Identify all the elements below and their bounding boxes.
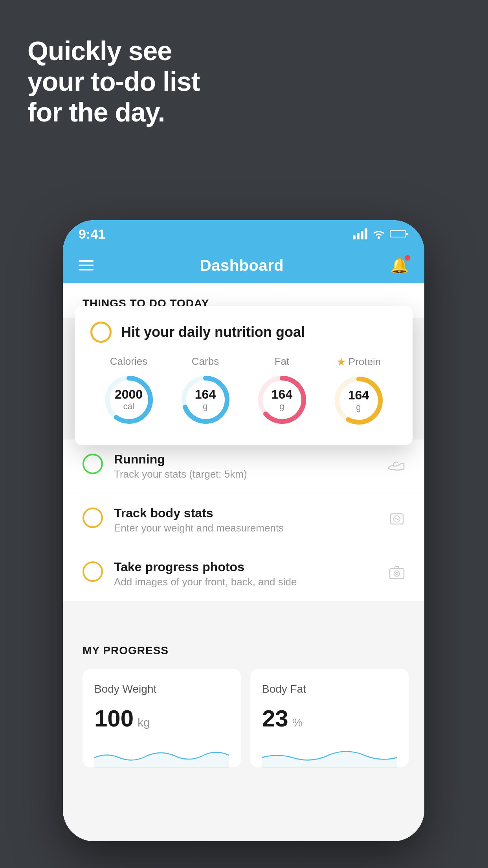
svg-rect-1 <box>357 233 360 239</box>
battery-icon <box>390 229 409 239</box>
nutrition-row: Calories 2000 cal <box>90 355 397 428</box>
todo-item-body-stats[interactable]: Track body stats Enter your weight and m… <box>63 493 424 547</box>
running-title: Running <box>114 452 376 467</box>
nutrition-protein: ★ Protein 164 g <box>331 355 386 428</box>
body-fat-chart <box>262 744 397 767</box>
body-weight-number: 100 <box>94 705 134 732</box>
fat-donut: 164 g <box>255 372 310 427</box>
body-weight-chart <box>94 744 229 767</box>
status-time: 9:41 <box>79 226 105 242</box>
progress-header: MY PROGRESS <box>83 644 409 657</box>
svg-point-4 <box>378 237 380 239</box>
body-weight-unit: kg <box>138 716 150 729</box>
photos-checkbox[interactable] <box>83 561 103 582</box>
body-weight-card[interactable]: Body Weight 100 kg <box>83 669 241 767</box>
fat-label: Fat <box>275 355 290 368</box>
nav-bar: Dashboard 🔔 <box>63 248 424 283</box>
signal-icon <box>353 228 368 239</box>
body-fat-card[interactable]: Body Fat 23 % <box>250 669 409 767</box>
photo-icon <box>389 565 405 584</box>
status-bar: 9:41 <box>63 220 424 248</box>
bell-button[interactable]: 🔔 <box>390 257 409 274</box>
body-fat-unit: % <box>292 716 303 729</box>
todo-item-photos[interactable]: Take progress photos Add images of your … <box>63 547 424 601</box>
calories-donut: 2000 cal <box>101 372 156 427</box>
notification-dot <box>405 255 410 261</box>
carbs-donut: 164 g <box>178 372 233 427</box>
card-title: Hit your daily nutrition goal <box>121 324 305 340</box>
running-subtitle: Track your stats (target: 5km) <box>114 468 376 480</box>
body-stats-title: Track body stats <box>114 506 378 520</box>
svg-point-20 <box>396 572 398 575</box>
progress-cards: Body Weight 100 kg Body Fat 23 <box>83 669 409 767</box>
svg-rect-18 <box>390 568 404 579</box>
progress-section: MY PROGRESS Body Weight 100 kg <box>63 625 424 779</box>
running-text: Running Track your stats (target: 5km) <box>114 452 376 480</box>
body-stats-text: Track body stats Enter your weight and m… <box>114 506 378 534</box>
photos-text: Take progress photos Add images of your … <box>114 560 378 588</box>
nutrition-carbs: Carbs 164 g <box>178 355 233 427</box>
svg-rect-6 <box>406 233 408 235</box>
body-fat-number: 23 <box>262 705 288 732</box>
body-fat-title: Body Fat <box>262 683 397 695</box>
svg-rect-0 <box>353 235 356 239</box>
phone-mockup: 9:41 <box>63 220 424 841</box>
phone-body: THINGS TO DO TODAY Hit your daily nutrit… <box>63 283 424 841</box>
shoe-icon <box>387 458 405 475</box>
body-stats-checkbox[interactable] <box>83 508 103 528</box>
task-checkbox[interactable] <box>90 322 112 343</box>
hero-text: Quickly see your to-do list for the day. <box>28 35 200 128</box>
carbs-label: Carbs <box>192 355 219 368</box>
calories-label: Calories <box>110 355 147 368</box>
photos-subtitle: Add images of your front, back, and side <box>114 576 378 588</box>
svg-rect-3 <box>365 228 367 239</box>
nav-title: Dashboard <box>200 257 284 274</box>
hamburger-menu[interactable] <box>79 260 94 270</box>
svg-rect-2 <box>361 231 363 239</box>
todo-list: Running Track your stats (target: 5km) T… <box>63 440 424 601</box>
scale-icon <box>389 511 405 530</box>
photos-title: Take progress photos <box>114 560 378 574</box>
svg-rect-7 <box>391 231 405 237</box>
status-icons <box>353 228 409 239</box>
protein-label: ★ Protein <box>336 355 381 368</box>
body-stats-subtitle: Enter your weight and measurements <box>114 522 378 534</box>
running-checkbox[interactable] <box>83 454 103 474</box>
protein-donut: 164 g <box>331 373 386 428</box>
wifi-icon <box>372 228 386 239</box>
body-weight-title: Body Weight <box>94 683 229 695</box>
todo-item-running[interactable]: Running Track your stats (target: 5km) <box>63 440 424 493</box>
body-fat-value: 23 % <box>262 705 397 732</box>
nutrition-card: Hit your daily nutrition goal Calories <box>75 306 413 445</box>
svg-point-19 <box>394 571 400 576</box>
nutrition-calories: Calories 2000 cal <box>101 355 156 427</box>
star-icon: ★ <box>336 355 346 368</box>
nutrition-fat: Fat 164 g <box>255 355 310 427</box>
body-weight-value: 100 kg <box>94 705 229 732</box>
